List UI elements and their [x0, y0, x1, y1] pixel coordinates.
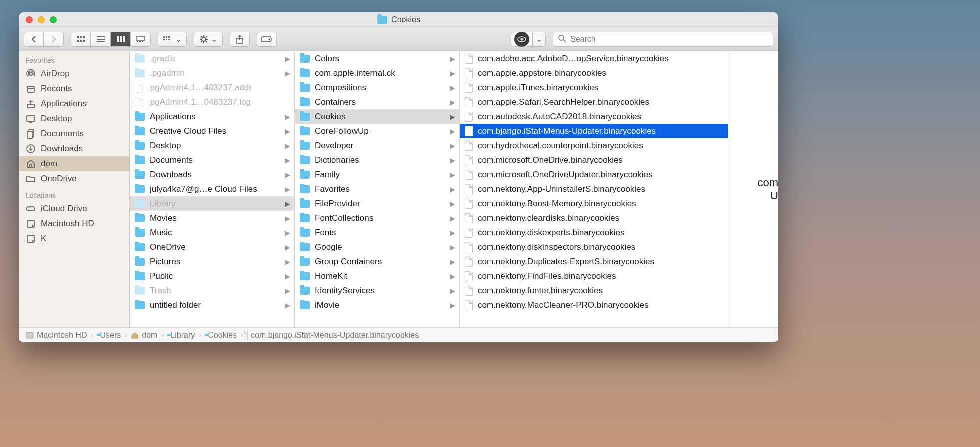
folder-row[interactable]: Downloads▶: [130, 168, 294, 182]
folder-row[interactable]: Developer▶: [295, 138, 459, 153]
folder-row[interactable]: Favorites▶: [295, 182, 459, 196]
folder-row[interactable]: OneDrive▶: [130, 240, 294, 254]
folder-row[interactable]: Movies▶: [130, 211, 294, 226]
folder-row[interactable]: Applications▶: [130, 110, 294, 124]
sidebar-item-airdrop[interactable]: AirDrop: [19, 66, 129, 82]
folder-row[interactable]: FontCollections▶: [295, 211, 459, 226]
file-row[interactable]: com.nektony.Duplicates-ExpertS.binarycoo…: [460, 254, 728, 269]
folder-row[interactable]: Trash▶: [130, 284, 294, 298]
search-field[interactable]: [553, 32, 773, 47]
folder-row[interactable]: Library▶: [130, 196, 294, 211]
folder-row[interactable]: IdentityServices▶: [295, 284, 459, 298]
folder-row[interactable]: .gradle▶: [130, 52, 294, 66]
folder-row[interactable]: Compositions▶: [295, 80, 459, 95]
folder-row[interactable]: Music▶: [130, 226, 294, 240]
folder-row[interactable]: Public▶: [130, 269, 294, 284]
path-segment[interactable]: dom: [131, 331, 157, 340]
file-row[interactable]: com.nektony.diskexperts.binarycookies: [460, 226, 728, 240]
file-row[interactable]: com.microsoft.OneDriveUpdater.binarycook…: [460, 168, 728, 182]
folder-row[interactable]: com.apple.internal.ck▶: [295, 66, 459, 80]
path-bar[interactable]: Macintosh HD›Users›dom›Library›Cookies›c…: [19, 328, 778, 342]
path-segment[interactable]: Cookies: [205, 331, 237, 340]
file-row[interactable]: .pgAdmin4.1…0483237.log: [130, 95, 294, 110]
folder-row[interactable]: Containers▶: [295, 95, 459, 110]
folder-row[interactable]: Google▶: [295, 240, 459, 254]
file-row[interactable]: com.nektony.funter.binarycookies: [460, 284, 728, 298]
visibility-toggle[interactable]: [511, 32, 533, 47]
sidebar-item-recents[interactable]: Recents: [19, 82, 129, 96]
folder-row[interactable]: Group Containers▶: [295, 254, 459, 269]
folder-row[interactable]: Family▶: [295, 168, 459, 182]
file-row[interactable]: com.nektony.MacCleaner-PRO.binarycookies: [460, 298, 728, 312]
file-row[interactable]: com.autodesk.AutoCAD2018.binarycookies: [460, 110, 728, 124]
folder-icon: [135, 113, 145, 121]
file-row[interactable]: com.hydrothecal.counterpoint.binarycooki…: [460, 138, 728, 153]
file-row[interactable]: com.apple.iTunes.binarycookies: [460, 80, 728, 95]
sidebar-item-onedrive[interactable]: OneDrive: [19, 172, 129, 186]
path-segment[interactable]: com.bjango.iStat-Menus-Updater.binarycoo…: [247, 331, 419, 340]
file-icon: [465, 199, 473, 209]
folder-row[interactable]: FileProvider▶: [295, 196, 459, 211]
file-row[interactable]: com.nektony.diskinspectors.binarycookies: [460, 240, 728, 254]
search-input[interactable]: [553, 32, 773, 47]
folder-icon: [300, 244, 310, 252]
path-segment[interactable]: Users: [97, 331, 121, 340]
file-row[interactable]: com.apple.appstore.binarycookies: [460, 66, 728, 80]
arrange-button[interactable]: ⌄: [158, 32, 187, 47]
view-list-button[interactable]: [91, 32, 111, 47]
folder-row[interactable]: iMovie▶: [295, 298, 459, 312]
share-button[interactable]: [230, 32, 250, 47]
sidebar-item-downloads[interactable]: Downloads: [19, 142, 129, 156]
folder-row[interactable]: julya4ka7@g…e Cloud Files▶: [130, 182, 294, 196]
path-segment[interactable]: Library: [167, 331, 195, 340]
folder-row[interactable]: .pgadmin▶: [130, 66, 294, 80]
folder-row[interactable]: Colors▶: [295, 52, 459, 66]
folder-row[interactable]: Dictionaries▶: [295, 153, 459, 168]
folder-row[interactable]: CoreFollowUp▶: [295, 124, 459, 138]
view-icons-button[interactable]: [71, 32, 91, 47]
disk-icon: [26, 234, 36, 244]
column-3[interactable]: com.adobe.acc.AdobeD…opService.binarycoo…: [460, 52, 728, 328]
sidebar-item-macintosh-hd[interactable]: Macintosh HD: [19, 216, 129, 232]
view-gallery-button[interactable]: [131, 32, 151, 47]
column-1[interactable]: .gradle▶.pgadmin▶.pgAdmin4.1…483237.addr…: [130, 52, 295, 328]
sidebar-item-applications[interactable]: Applications: [19, 96, 129, 112]
tags-button[interactable]: [257, 32, 277, 47]
minimize-button[interactable]: [38, 16, 45, 24]
folder-row[interactable]: Cookies▶: [295, 110, 459, 124]
file-row[interactable]: com.apple.Safari.SearchHelper.binarycook…: [460, 95, 728, 110]
visibility-menu[interactable]: ⌄: [533, 32, 546, 47]
sidebar-item-desktop[interactable]: Desktop: [19, 112, 129, 126]
folder-row[interactable]: Creative Cloud Files▶: [130, 124, 294, 138]
folder-row[interactable]: HomeKit▶: [295, 269, 459, 284]
zoom-button[interactable]: [50, 16, 57, 24]
file-row[interactable]: .pgAdmin4.1…483237.addr: [130, 80, 294, 95]
action-button[interactable]: ⌄: [194, 32, 223, 47]
folder-row[interactable]: Desktop▶: [130, 138, 294, 153]
file-row[interactable]: com.microsoft.OneDrive.binarycookies: [460, 153, 728, 168]
sidebar-item-documents[interactable]: Documents: [19, 126, 129, 142]
sidebar-item-k[interactable]: K: [19, 232, 129, 246]
svg-line-28: [206, 42, 207, 42]
file-row[interactable]: com.nektony.Boost-Memory.binarycookies: [460, 196, 728, 211]
file-row[interactable]: com.nektony.FindFiles.binarycookies: [460, 269, 728, 284]
back-button[interactable]: [24, 32, 44, 47]
column-2[interactable]: Colors▶com.apple.internal.ck▶Composition…: [295, 52, 460, 328]
file-row[interactable]: com.nektony.App-UninstallerS.binarycooki…: [460, 182, 728, 196]
file-row[interactable]: com.bjango.iStat-Menus-Updater.binarycoo…: [460, 124, 728, 138]
home-icon: [26, 159, 36, 169]
file-icon: [465, 68, 473, 78]
view-columns-button[interactable]: [111, 32, 131, 47]
folder-row[interactable]: Fonts▶: [295, 226, 459, 240]
folder-row[interactable]: Documents▶: [130, 153, 294, 168]
path-segment[interactable]: Macintosh HD: [26, 331, 87, 340]
file-row[interactable]: com.adobe.acc.AdobeD…opService.binarycoo…: [460, 52, 728, 66]
sidebar-item-icloud-drive[interactable]: iCloud Drive: [19, 202, 129, 216]
forward-button[interactable]: [44, 32, 64, 47]
sidebar-item-dom[interactable]: dom: [19, 156, 129, 172]
close-button[interactable]: [26, 16, 33, 24]
folder-icon: [135, 55, 145, 63]
file-row[interactable]: com.nektony.cleardisks.binarycookies: [460, 211, 728, 226]
folder-row[interactable]: untitled folder▶: [130, 298, 294, 312]
folder-row[interactable]: Pictures▶: [130, 254, 294, 269]
